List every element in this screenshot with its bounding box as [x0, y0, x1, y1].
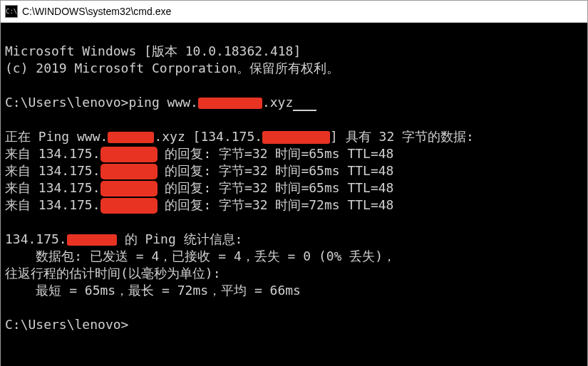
cmd-icon: C:\. [5, 5, 18, 18]
redacted-block [108, 132, 154, 143]
redacted-block [100, 181, 158, 197]
output-line: 数据包: 已发送 = 4，已接收 = 4，丢失 = 0 (0% 丢失)， [5, 248, 583, 265]
terminal-output[interactable]: Microsoft Windows [版本 10.0.18362.418](c)… [1, 23, 587, 366]
output-line: 134.175. 的 Ping 统计信息: [5, 231, 583, 248]
output-line: 正在 Ping www..xyz [134.175.] 具有 32 字节的数据: [5, 128, 583, 145]
output-line: 来自 134.175. 的回复: 字节=32 时间=72ms TTL=48 [5, 197, 583, 214]
output-line: 来自 134.175. 的回复: 字节=32 时间=65ms TTL=48 [5, 145, 583, 162]
output-line: (c) 2019 Microsoft Corporation。保留所有权利。 [5, 60, 583, 77]
titlebar[interactable]: C:\. C:\WINDOWS\system32\cmd.exe [1, 1, 587, 23]
output-line: 来自 134.175. 的回复: 字节=32 时间=65ms TTL=48 [5, 179, 583, 197]
output-line: 往返行程的估计时间(以毫秒为单位): [5, 265, 583, 282]
output-line: 最短 = 65ms，最长 = 72ms，平均 = 66ms [5, 282, 583, 299]
redacted-block [67, 234, 117, 246]
output-line: 来自 134.175. 的回复: 字节=32 时间=65ms TTL=48 [5, 162, 583, 179]
redacted-block [100, 198, 158, 214]
redacted-block [198, 98, 262, 109]
redacted-block [262, 131, 330, 144]
prompt-line[interactable]: C:\Users\lenovo> [5, 316, 583, 333]
cmd-window: C:\. C:\WINDOWS\system32\cmd.exe Microso… [0, 0, 588, 366]
output-line: Microsoft Windows [版本 10.0.18362.418] [5, 43, 583, 60]
redacted-block [100, 164, 158, 179]
redacted-block [100, 147, 158, 162]
prompt-line: C:\Users\lenovo>ping www..xyz [5, 94, 583, 111]
window-title: C:\WINDOWS\system32\cmd.exe [22, 6, 171, 17]
